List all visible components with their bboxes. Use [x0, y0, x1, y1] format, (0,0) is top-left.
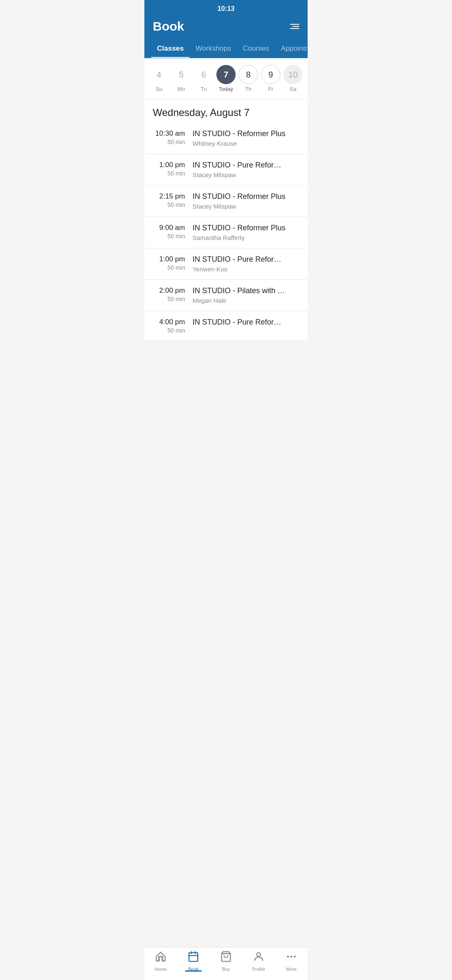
- day-header: Wednesday, August 7: [144, 99, 308, 123]
- date-day: Sa: [290, 86, 296, 92]
- date-item-7[interactable]: 7 Today: [215, 65, 237, 92]
- date-number: 9: [261, 65, 280, 84]
- class-info: IN STUDIO - Reformer Plus Samantha Raffe…: [193, 224, 299, 241]
- class-item[interactable]: 2:00 pm 50 min IN STUDIO - Pilates with …: [144, 280, 308, 311]
- tab-workshops[interactable]: Workshops: [190, 40, 237, 58]
- date-item-5[interactable]: 5 Mo: [170, 65, 192, 92]
- tab-classes[interactable]: Classes: [151, 40, 190, 58]
- class-time: 2:00 pm 50 min: [153, 286, 193, 302]
- date-day: Th: [245, 86, 252, 92]
- class-time: 1:00 pm 50 min: [153, 161, 193, 177]
- date-number: 8: [239, 65, 258, 84]
- date-day: Su: [156, 86, 162, 92]
- class-item[interactable]: 1:00 pm 50 min IN STUDIO - Pure Refor… S…: [144, 154, 308, 186]
- class-item[interactable]: 2:15 pm 50 min IN STUDIO - Reformer Plus…: [144, 186, 308, 217]
- class-info: IN STUDIO - Pure Refor… Yenwen Kuo: [193, 255, 299, 273]
- class-info: IN STUDIO - Reformer Plus Whitney Krause: [193, 129, 299, 147]
- day-title: Wednesday, August 7: [153, 107, 299, 119]
- tab-appointments[interactable]: Appointments: [275, 40, 308, 58]
- tab-bar: Classes Workshops Courses Appointments: [144, 40, 308, 58]
- class-time: 4:00 pm 50 min: [153, 318, 193, 334]
- date-number: 7: [216, 65, 236, 84]
- status-time: 10:13: [218, 5, 235, 12]
- class-item[interactable]: 1:00 pm 50 min IN STUDIO - Pure Refor… Y…: [144, 248, 308, 280]
- date-item-4[interactable]: 4 Su: [148, 65, 170, 92]
- date-day: Mo: [177, 86, 185, 92]
- date-day: Fr: [268, 86, 273, 92]
- filter-button[interactable]: [290, 24, 299, 29]
- date-picker: 4 Su 5 Mo 6 Tu 7 Today 8 Th 9 Fr 10 Sa: [144, 58, 308, 99]
- class-list: 10:30 am 50 min IN STUDIO - Reformer Plu…: [144, 123, 308, 341]
- page-title: Book: [153, 19, 184, 34]
- class-item[interactable]: 10:30 am 50 min IN STUDIO - Reformer Plu…: [144, 123, 308, 154]
- header: Book: [144, 15, 308, 40]
- class-info: IN STUDIO - Pure Refor…: [193, 318, 299, 328]
- class-info: IN STUDIO - Pilates with … Megan Hale: [193, 286, 299, 304]
- class-info: IN STUDIO - Reformer Plus Stacey Milspaw: [193, 192, 299, 210]
- class-item[interactable]: 4:00 pm 50 min IN STUDIO - Pure Refor…: [144, 311, 308, 341]
- class-time: 9:00 am 50 min: [153, 224, 193, 240]
- date-number: 4: [149, 65, 169, 84]
- date-number: 5: [172, 65, 191, 84]
- class-item[interactable]: 9:00 am 50 min IN STUDIO - Reformer Plus…: [144, 217, 308, 248]
- class-time: 10:30 am 50 min: [153, 129, 193, 145]
- date-number: 6: [194, 65, 213, 84]
- status-bar: 10:13: [144, 0, 308, 15]
- date-day: Today: [219, 86, 234, 92]
- tab-courses[interactable]: Courses: [237, 40, 275, 58]
- date-item-10[interactable]: 10 Sa: [282, 65, 304, 92]
- date-number: 10: [283, 65, 303, 84]
- date-item-8[interactable]: 8 Th: [237, 65, 259, 92]
- date-item-9[interactable]: 9 Fr: [260, 65, 282, 92]
- class-info: IN STUDIO - Pure Refor… Stacey Milspaw: [193, 161, 299, 178]
- date-item-6[interactable]: 6 Tu: [193, 65, 215, 92]
- class-time: 1:00 pm 50 min: [153, 255, 193, 271]
- class-time: 2:15 pm 50 min: [153, 192, 193, 208]
- date-day: Tu: [200, 86, 207, 92]
